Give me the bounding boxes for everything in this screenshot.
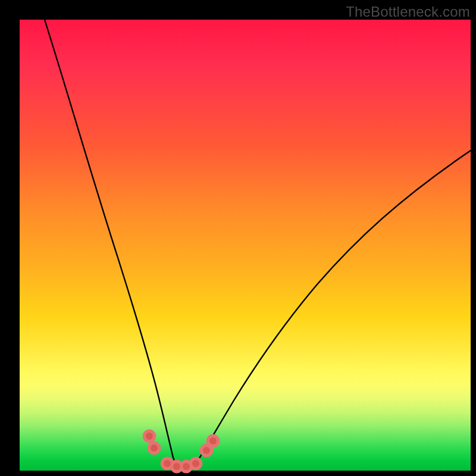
watermark-text: TheBottleneck.com bbox=[346, 4, 470, 20]
marker-core bbox=[183, 463, 190, 470]
marker-core bbox=[203, 447, 210, 454]
plot-area bbox=[20, 20, 471, 471]
marker-core bbox=[173, 463, 180, 470]
curve-right-arm bbox=[195, 151, 471, 465]
marker-core bbox=[164, 460, 171, 467]
marker-core bbox=[192, 460, 199, 467]
curve-layer bbox=[20, 20, 471, 471]
curve-left-arm bbox=[45, 20, 176, 465]
marker-core bbox=[146, 433, 153, 440]
marker-core bbox=[209, 437, 217, 444]
marker-core bbox=[151, 444, 158, 452]
chart-frame: TheBottleneck.com bbox=[0, 0, 476, 476]
marker-group bbox=[143, 430, 220, 473]
